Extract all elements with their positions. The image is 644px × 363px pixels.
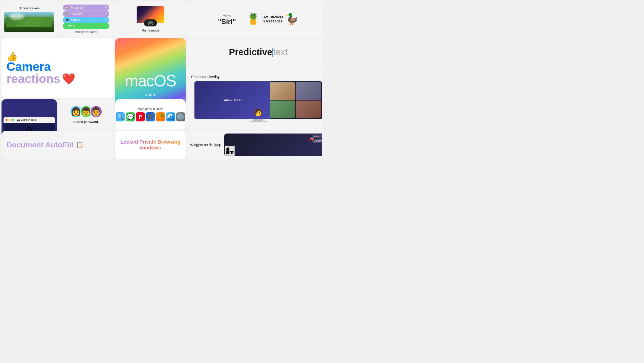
avatars-group: 👩 👦 👨	[70, 105, 102, 118]
school-label: School	[71, 18, 80, 22]
widget-desktop-bg	[224, 134, 322, 156]
stickers-label: Live Stickers	[262, 15, 283, 19]
zoom-titlebar: 📷 Share on Zoom	[4, 117, 55, 123]
autofill-card: Document AutoFill 📋	[2, 131, 114, 159]
autofill-label: Document AutoFill	[7, 141, 73, 149]
siri-stickers-card: Hey "Siri" 🍍 Live Stickers in Messages 🦆	[187, 2, 322, 37]
siri-divider	[241, 12, 241, 27]
text-cursor	[272, 48, 273, 57]
work-chevron: ▾	[105, 25, 107, 27]
macos-logo: macOS	[125, 72, 176, 90]
dock-freeform-icon: 🌊	[166, 112, 175, 121]
stickers-info: Live Stickers in Messages	[262, 15, 283, 23]
dock-pinterest-icon: P	[136, 112, 145, 121]
profile-business[interactable]: ✳️ Business ▾	[63, 11, 109, 17]
video-thumb-1	[270, 82, 295, 100]
predictive-faded: text	[273, 47, 288, 57]
dock-carrot-icon: 🥕	[156, 112, 165, 121]
window-minimize-dot	[9, 119, 11, 121]
controller-icon: 🎮	[144, 19, 157, 26]
dot-1	[145, 94, 147, 96]
private-browsing-card: Locked Private Browsing windows	[115, 131, 186, 159]
business-label: Business	[71, 12, 83, 16]
stickers-area: 🍍 Live Stickers in Messages 🦆	[246, 13, 299, 26]
siri-text-area: Hey "Siri"	[218, 13, 236, 25]
screensaver-image	[4, 12, 54, 32]
profile-work[interactable]: ▪️ Work ▾	[63, 23, 109, 29]
widget-people: 👩‍👧	[224, 146, 235, 156]
gamemode-title: Game mode	[141, 28, 159, 32]
stickers-row: 🍍 Live Stickers in Messages 🦆	[246, 13, 299, 26]
personal-label: Personal	[71, 6, 83, 9]
widget-calendar: MONDAY 5	[312, 139, 322, 143]
reactions-text: reactions ❤️	[7, 73, 75, 85]
predictive-text: Predictivetext	[229, 47, 288, 57]
dock-finder-icon: 🔍	[116, 112, 125, 121]
dock-confluence-icon: ✖️	[146, 112, 155, 121]
work-label: Work	[68, 24, 75, 28]
macos-pagination-dots	[145, 94, 155, 96]
gamemode-card: 🎮 Game mode	[115, 2, 186, 37]
private-browsing-text: Locked Private Browsing windows	[119, 139, 182, 151]
webapps-label: Web apps in Dock	[138, 107, 163, 111]
predictive-bold: Predictive	[229, 47, 272, 57]
business-chevron: ▾	[105, 12, 107, 15]
autofill-icon: 📋	[76, 141, 84, 148]
presenter-video-grid	[269, 81, 322, 119]
dock-messages-icon: 💬	[126, 112, 135, 121]
avatar-3: 👨	[90, 105, 102, 118]
work-icon: ▪️	[65, 24, 66, 28]
safari-label: Profiles in Safari	[75, 30, 97, 34]
widget-distance: 469mi	[312, 135, 322, 138]
video-thumb-4	[296, 101, 321, 118]
profile-school[interactable]: 🎓 School ▾	[63, 17, 109, 23]
stickers-sublabel: in Messages	[262, 19, 283, 23]
reactions-card: 👍 Camera reactions ❤️	[2, 38, 114, 98]
presenter-overlay-card: Presenter Overlay ANNEX STAGE 🧑	[187, 68, 322, 129]
predictive-text-card: Predictivetext	[187, 38, 322, 66]
heart-icon: ❤️	[62, 74, 75, 84]
personal-chevron: ▾	[105, 6, 107, 9]
reactions-label: reactions	[7, 73, 60, 85]
video-thumb-2	[296, 82, 321, 100]
school-icon: 🎓	[65, 18, 69, 22]
window-close-dot	[6, 119, 8, 121]
passwords-label: Shared passwords	[72, 120, 100, 124]
presenter-title: Presenter Overlay	[191, 75, 220, 79]
screensavers-card: Screen savers	[2, 2, 57, 37]
dock-row: 🔍 💬 P ✖️ 🥕 🌊 ⚙️	[116, 112, 185, 121]
widgets-preview: 👩‍👧 🚗 469mi MONDAY 5	[224, 134, 322, 156]
personal-icon: 🏠	[65, 6, 69, 9]
gamemode-image: 🎮	[135, 6, 166, 26]
autofill-text: Document AutoFill 📋	[7, 141, 84, 149]
zoom-share-icon: 📷	[17, 119, 20, 121]
widgets-card: Widgets on desktop 👩‍👧 🚗 469mi MONDAY 5	[187, 131, 322, 159]
zoom-share-label: Share on Zoom	[21, 119, 36, 121]
business-icon: ✳️	[65, 12, 69, 16]
safari-profiles-card: 🏠 Personal ▾ ✳️ Business ▾ 🎓 School ▾ ▪️…	[58, 2, 114, 37]
screensavers-title: Screen savers	[19, 6, 39, 10]
siri-name: "Siri"	[218, 18, 236, 25]
monitor-base	[250, 121, 267, 122]
presenter-stage-label: ANNEX STAGE	[223, 99, 242, 102]
zoom-share-button[interactable]: 📷 Share on Zoom	[16, 118, 38, 122]
passwords-card: 👩 👦 👨 Shared passwords	[58, 99, 114, 129]
camera-label: Camera	[7, 61, 51, 73]
webapps-dock-card: Web apps in Dock 🔍 💬 P ✖️ 🥕 🌊 ⚙️	[115, 99, 186, 129]
widget-items: 469mi MONDAY 5	[312, 135, 322, 143]
school-chevron: ▾	[105, 18, 107, 21]
presenter-screen: ANNEX STAGE 🧑	[194, 81, 322, 119]
profile-personal[interactable]: 🏠 Personal ▾	[63, 5, 109, 11]
pineapple-sticker: 🍍	[246, 13, 260, 26]
duck-sticker: 🦆	[285, 13, 299, 26]
reactions-content: 👍 Camera reactions ❤️	[7, 51, 75, 85]
presenter-person: 🧑	[254, 108, 263, 117]
siri-hey: Hey	[218, 13, 236, 18]
dock-settings-icon: ⚙️	[176, 112, 185, 121]
dot-3	[153, 94, 155, 96]
window-fullscreen-dot	[12, 119, 14, 121]
video-thumb-3	[270, 101, 295, 118]
camera-text: Camera	[7, 61, 75, 73]
monitor-stand	[253, 119, 263, 121]
widgets-title: Widgets on desktop	[190, 143, 221, 147]
